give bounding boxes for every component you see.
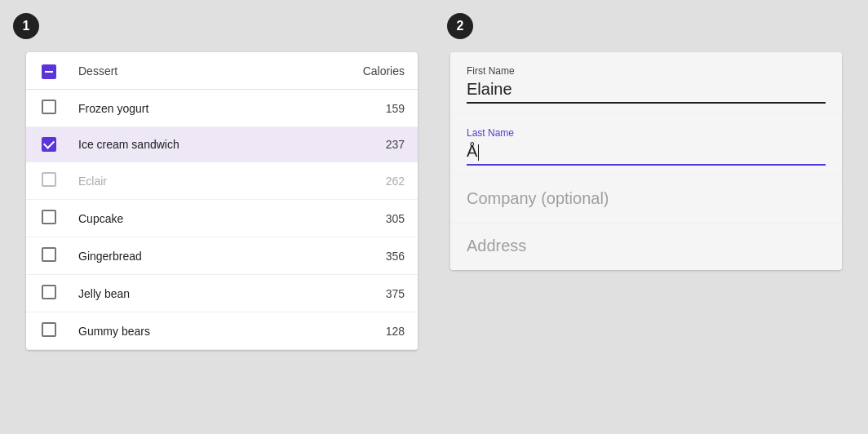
- dessert-cell: Gummy bears: [65, 312, 294, 350]
- header-checkbox-cell[interactable]: [26, 52, 65, 90]
- calories-cell: 356: [294, 237, 418, 275]
- calories-cell: 262: [294, 162, 418, 200]
- row-checkbox[interactable]: [42, 172, 56, 187]
- row-checkbox-cell[interactable]: [26, 237, 65, 275]
- form-fields-container: First NameElaineLast NameÅCompany (optio…: [450, 52, 842, 270]
- calories-column-header: Calories: [294, 52, 418, 90]
- panel-number-2: 2: [447, 13, 473, 39]
- last-name-label: Last Name: [467, 127, 826, 139]
- dessert-column-header: Dessert: [65, 52, 294, 90]
- dessert-cell: Cupcake: [65, 200, 294, 237]
- row-checkbox-cell[interactable]: [26, 90, 65, 127]
- dessert-cell: Eclair: [65, 162, 294, 200]
- first-name-value: Elaine: [467, 80, 826, 104]
- dessert-table-card: Dessert Calories Frozen yogurt159Ice cre…: [26, 52, 418, 350]
- row-checkbox-cell[interactable]: [26, 312, 65, 350]
- dessert-cell: Jelly bean: [65, 275, 294, 312]
- table-row[interactable]: Ice cream sandwich237: [26, 127, 418, 162]
- row-checkbox[interactable]: [42, 210, 56, 224]
- row-checkbox[interactable]: [42, 137, 56, 152]
- unchecked-icon: [42, 285, 56, 299]
- text-cursor: [478, 144, 479, 161]
- form-field-company[interactable]: Company (optional): [450, 176, 842, 224]
- unchecked-icon: [42, 210, 56, 224]
- checked-icon: [42, 137, 56, 152]
- row-checkbox[interactable]: [42, 100, 56, 114]
- table-header-row: Dessert Calories: [26, 52, 418, 90]
- first-name-label: First Name: [467, 65, 826, 77]
- table-row[interactable]: Jelly bean375: [26, 275, 418, 312]
- panel-number-1: 1: [13, 13, 39, 39]
- company-placeholder: Company (optional): [467, 189, 826, 213]
- unchecked-icon: [42, 247, 56, 262]
- table-row[interactable]: Cupcake305: [26, 200, 418, 237]
- left-panel: 1 Dessert Calories Frozen yogurt159Ice c…: [0, 0, 434, 434]
- form-field-last-name[interactable]: Last NameÅ: [450, 114, 842, 176]
- table-row[interactable]: Gummy bears128: [26, 312, 418, 350]
- calories-cell: 375: [294, 275, 418, 312]
- row-checkbox-cell[interactable]: [26, 162, 65, 200]
- row-checkbox-cell[interactable]: [26, 127, 65, 162]
- calories-cell: 237: [294, 127, 418, 162]
- unchecked-icon: [42, 100, 56, 114]
- calories-cell: 305: [294, 200, 418, 237]
- unchecked-icon: [42, 172, 56, 187]
- form-field-first-name[interactable]: First NameElaine: [450, 52, 842, 114]
- dessert-cell: Ice cream sandwich: [65, 127, 294, 162]
- unchecked-icon: [42, 322, 56, 337]
- form-card: First NameElaineLast NameÅCompany (optio…: [450, 52, 842, 270]
- table-row[interactable]: Gingerbread356: [26, 237, 418, 275]
- table-row[interactable]: Eclair262: [26, 162, 418, 200]
- form-field-address[interactable]: Address: [450, 224, 842, 270]
- dessert-cell: Gingerbread: [65, 237, 294, 275]
- dessert-cell: Frozen yogurt: [65, 90, 294, 127]
- table-row[interactable]: Frozen yogurt159: [26, 90, 418, 127]
- row-checkbox-cell[interactable]: [26, 275, 65, 312]
- row-checkbox[interactable]: [42, 247, 56, 262]
- row-checkbox[interactable]: [42, 322, 56, 337]
- row-checkbox-cell[interactable]: [26, 200, 65, 237]
- table-body: Frozen yogurt159Ice cream sandwich237Ecl…: [26, 90, 418, 350]
- right-panel: 2 First NameElaineLast NameÅCompany (opt…: [434, 0, 868, 434]
- calories-cell: 159: [294, 90, 418, 127]
- calories-cell: 128: [294, 312, 418, 350]
- row-checkbox[interactable]: [42, 285, 56, 299]
- indeterminate-icon[interactable]: [42, 64, 56, 79]
- address-placeholder: Address: [467, 237, 826, 260]
- last-name-value: Å: [467, 142, 826, 166]
- header-checkbox-indeterminate[interactable]: [42, 64, 56, 79]
- dessert-table: Dessert Calories Frozen yogurt159Ice cre…: [26, 52, 418, 350]
